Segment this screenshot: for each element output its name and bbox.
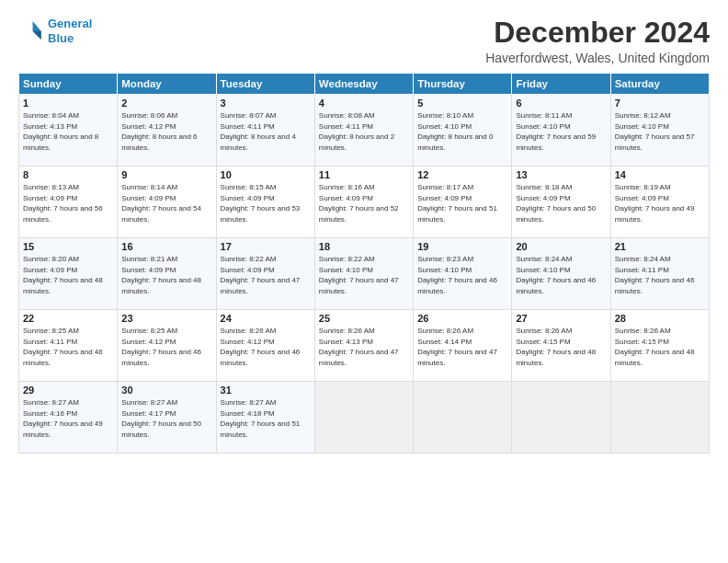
- day-number: 11: [319, 169, 409, 180]
- location-title: Haverfordwest, Wales, United Kingdom: [485, 51, 710, 65]
- day-info: Sunrise: 8:19 AMSunset: 4:09 PMDaylight:…: [615, 182, 705, 224]
- day-number: 27: [516, 313, 606, 324]
- calendar-header-monday: Monday: [118, 74, 216, 95]
- day-info: Sunrise: 8:18 AMSunset: 4:09 PMDaylight:…: [516, 182, 606, 224]
- day-number: 30: [121, 385, 211, 396]
- day-info: Sunrise: 8:26 AMSunset: 4:15 PMDaylight:…: [615, 326, 705, 368]
- day-info: Sunrise: 8:26 AMSunset: 4:14 PMDaylight:…: [417, 326, 507, 368]
- calendar-cell: [512, 382, 610, 454]
- calendar-cell: 24Sunrise: 8:26 AMSunset: 4:12 PMDayligh…: [216, 310, 314, 382]
- day-info: Sunrise: 8:25 AMSunset: 4:12 PMDaylight:…: [121, 326, 211, 368]
- day-number: 9: [121, 169, 211, 180]
- day-number: 22: [23, 313, 113, 324]
- calendar-week-5: 29Sunrise: 8:27 AMSunset: 4:16 PMDayligh…: [19, 382, 710, 454]
- page: General Blue December 2024 Haverfordwest…: [0, 0, 728, 563]
- calendar-cell: [314, 382, 413, 454]
- day-number: 29: [23, 385, 113, 396]
- calendar-cell: 11Sunrise: 8:16 AMSunset: 4:09 PMDayligh…: [314, 167, 413, 238]
- day-number: 3: [221, 98, 311, 109]
- day-number: 5: [417, 98, 507, 109]
- day-info: Sunrise: 8:22 AMSunset: 4:10 PMDaylight:…: [319, 254, 409, 296]
- calendar-cell: 3Sunrise: 8:07 AMSunset: 4:11 PMDaylight…: [216, 95, 314, 167]
- calendar-cell: 2Sunrise: 8:06 AMSunset: 4:12 PMDaylight…: [118, 95, 216, 167]
- calendar-week-1: 1Sunrise: 8:04 AMSunset: 4:13 PMDaylight…: [19, 95, 710, 167]
- day-info: Sunrise: 8:27 AMSunset: 4:17 PMDaylight:…: [121, 397, 211, 440]
- day-number: 4: [319, 98, 409, 109]
- day-info: Sunrise: 8:21 AMSunset: 4:09 PMDaylight:…: [121, 254, 211, 296]
- calendar-cell: 28Sunrise: 8:26 AMSunset: 4:15 PMDayligh…: [610, 310, 709, 382]
- calendar-cell: [414, 382, 512, 454]
- calendar-cell: 7Sunrise: 8:12 AMSunset: 4:10 PMDaylight…: [610, 95, 709, 167]
- calendar-cell: 29Sunrise: 8:27 AMSunset: 4:16 PMDayligh…: [19, 382, 118, 454]
- calendar-cell: 13Sunrise: 8:18 AMSunset: 4:09 PMDayligh…: [512, 167, 610, 238]
- calendar-header-thursday: Thursday: [414, 74, 512, 95]
- calendar-cell: 19Sunrise: 8:23 AMSunset: 4:10 PMDayligh…: [414, 238, 512, 310]
- calendar-cell: 18Sunrise: 8:22 AMSunset: 4:10 PMDayligh…: [314, 238, 413, 310]
- logo-icon: [18, 18, 44, 44]
- day-info: Sunrise: 8:24 AMSunset: 4:11 PMDaylight:…: [615, 254, 705, 296]
- day-info: Sunrise: 8:17 AMSunset: 4:09 PMDaylight:…: [417, 182, 507, 224]
- calendar-cell: 15Sunrise: 8:20 AMSunset: 4:09 PMDayligh…: [19, 238, 118, 310]
- day-info: Sunrise: 8:22 AMSunset: 4:09 PMDaylight:…: [221, 254, 311, 296]
- day-info: Sunrise: 8:10 AMSunset: 4:10 PMDaylight:…: [417, 110, 507, 153]
- day-number: 13: [516, 169, 606, 180]
- calendar-week-2: 8Sunrise: 8:13 AMSunset: 4:09 PMDaylight…: [19, 167, 710, 238]
- day-info: Sunrise: 8:12 AMSunset: 4:10 PMDaylight:…: [615, 110, 705, 153]
- day-number: 20: [516, 241, 606, 252]
- calendar-cell: [610, 382, 709, 454]
- day-info: Sunrise: 8:13 AMSunset: 4:09 PMDaylight:…: [23, 182, 113, 224]
- calendar-cell: 25Sunrise: 8:26 AMSunset: 4:13 PMDayligh…: [314, 310, 413, 382]
- calendar-header-sunday: Sunday: [19, 74, 118, 95]
- header: General Blue December 2024 Haverfordwest…: [18, 17, 710, 65]
- svg-marker-0: [33, 21, 41, 31]
- day-number: 21: [615, 241, 705, 252]
- calendar-cell: 6Sunrise: 8:11 AMSunset: 4:10 PMDaylight…: [512, 95, 610, 167]
- day-number: 23: [121, 313, 211, 324]
- calendar-week-3: 15Sunrise: 8:20 AMSunset: 4:09 PMDayligh…: [19, 238, 710, 310]
- day-number: 6: [516, 98, 606, 109]
- day-number: 16: [121, 241, 211, 252]
- day-number: 25: [319, 313, 409, 324]
- svg-marker-1: [33, 31, 41, 40]
- day-info: Sunrise: 8:27 AMSunset: 4:18 PMDaylight:…: [221, 397, 311, 440]
- day-number: 19: [417, 241, 507, 252]
- calendar-cell: 1Sunrise: 8:04 AMSunset: 4:13 PMDaylight…: [19, 95, 118, 167]
- calendar-cell: 14Sunrise: 8:19 AMSunset: 4:09 PMDayligh…: [610, 167, 709, 238]
- day-info: Sunrise: 8:24 AMSunset: 4:10 PMDaylight:…: [516, 254, 606, 296]
- calendar-table: SundayMondayTuesdayWednesdayThursdayFrid…: [18, 73, 710, 454]
- day-info: Sunrise: 8:27 AMSunset: 4:16 PMDaylight:…: [23, 397, 113, 440]
- day-number: 12: [417, 169, 507, 180]
- day-info: Sunrise: 8:16 AMSunset: 4:09 PMDaylight:…: [319, 182, 409, 224]
- calendar-header-row: SundayMondayTuesdayWednesdayThursdayFrid…: [19, 74, 710, 95]
- day-info: Sunrise: 8:14 AMSunset: 4:09 PMDaylight:…: [121, 182, 211, 224]
- calendar-cell: 23Sunrise: 8:25 AMSunset: 4:12 PMDayligh…: [118, 310, 216, 382]
- calendar-cell: 10Sunrise: 8:15 AMSunset: 4:09 PMDayligh…: [216, 167, 314, 238]
- day-info: Sunrise: 8:23 AMSunset: 4:10 PMDaylight:…: [417, 254, 507, 296]
- day-info: Sunrise: 8:25 AMSunset: 4:11 PMDaylight:…: [23, 326, 113, 368]
- calendar-cell: 5Sunrise: 8:10 AMSunset: 4:10 PMDaylight…: [414, 95, 512, 167]
- day-info: Sunrise: 8:11 AMSunset: 4:10 PMDaylight:…: [516, 110, 606, 153]
- calendar-cell: 12Sunrise: 8:17 AMSunset: 4:09 PMDayligh…: [414, 167, 512, 238]
- day-number: 8: [23, 169, 113, 180]
- day-number: 7: [615, 98, 705, 109]
- day-number: 18: [319, 241, 409, 252]
- calendar-header-wednesday: Wednesday: [314, 74, 413, 95]
- calendar-cell: 8Sunrise: 8:13 AMSunset: 4:09 PMDaylight…: [19, 167, 118, 238]
- calendar-cell: 27Sunrise: 8:26 AMSunset: 4:15 PMDayligh…: [512, 310, 610, 382]
- month-title: December 2024: [485, 17, 710, 49]
- day-number: 10: [221, 169, 311, 180]
- calendar-cell: 9Sunrise: 8:14 AMSunset: 4:09 PMDaylight…: [118, 167, 216, 238]
- calendar-week-4: 22Sunrise: 8:25 AMSunset: 4:11 PMDayligh…: [19, 310, 710, 382]
- day-info: Sunrise: 8:04 AMSunset: 4:13 PMDaylight:…: [23, 110, 113, 153]
- day-number: 28: [615, 313, 705, 324]
- calendar-cell: 4Sunrise: 8:08 AMSunset: 4:11 PMDaylight…: [314, 95, 413, 167]
- day-number: 17: [221, 241, 311, 252]
- day-number: 24: [221, 313, 311, 324]
- day-number: 14: [615, 169, 705, 180]
- logo: General Blue: [18, 17, 92, 45]
- day-number: 26: [417, 313, 507, 324]
- calendar-header-saturday: Saturday: [610, 74, 709, 95]
- calendar-cell: 21Sunrise: 8:24 AMSunset: 4:11 PMDayligh…: [610, 238, 709, 310]
- day-info: Sunrise: 8:26 AMSunset: 4:15 PMDaylight:…: [516, 326, 606, 368]
- day-info: Sunrise: 8:26 AMSunset: 4:13 PMDaylight:…: [319, 326, 409, 368]
